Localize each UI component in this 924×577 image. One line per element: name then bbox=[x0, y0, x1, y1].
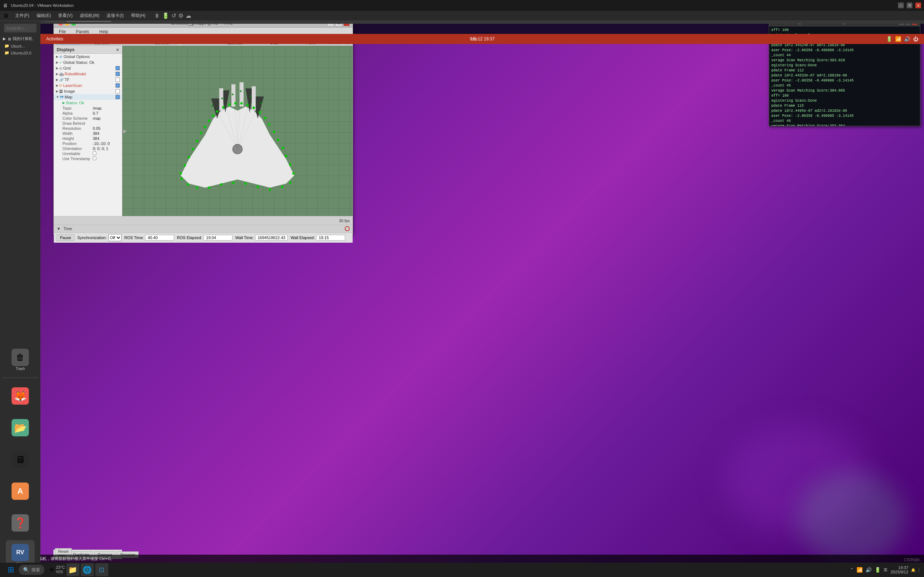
chevron-up-icon[interactable]: ⌃ bbox=[850, 567, 854, 572]
prop-drawbehind: Draw Behind bbox=[54, 121, 122, 126]
terminal-line-10: aser Pose: -2.06358 -0.499986 -3.14145 bbox=[771, 78, 918, 83]
menu-help[interactable]: 帮助(H) bbox=[128, 12, 149, 19]
displays-close[interactable]: × bbox=[116, 47, 119, 53]
power-icon[interactable]: 🔋 bbox=[162, 12, 169, 19]
tree-global-options[interactable]: ▶ ⚙ Global Options bbox=[54, 54, 122, 60]
terminal-line-0: eff= 100 bbox=[771, 28, 918, 33]
map-checkbox[interactable]: ✓ bbox=[115, 95, 120, 99]
prop-colorscheme: Color Scheme map bbox=[54, 116, 122, 121]
vmware-title: Ubuntu20.04 - VMware Workstation bbox=[11, 3, 74, 8]
grid-checkbox[interactable]: ✓ bbox=[115, 66, 120, 70]
prop-resolution: Resolution 0.05 bbox=[54, 126, 122, 131]
sidebar-search[interactable] bbox=[4, 24, 36, 32]
ros-time-value: 40.40 bbox=[145, 235, 174, 240]
terminal-line-18: _count 46 bbox=[771, 119, 918, 124]
status-hint: 要将输入定向到该虚拟机，请将鼠标指针移入其中或按 Ctrl+G。 bbox=[0, 554, 924, 562]
prop-height: Height 384 bbox=[54, 136, 122, 141]
windows-taskbar: ⊞ 🔍 搜索 ☀ 23°C 晴朗 📁 🌐 ⊡ ⌃ 📶 🔊 🔋 英 19:37 2… bbox=[0, 562, 924, 577]
ros-elapsed-value: 19.04 bbox=[204, 235, 233, 240]
my-computer-header: ▶ 🖥 我的计算机 bbox=[0, 35, 40, 42]
robotmodel-checkbox[interactable]: ✓ bbox=[115, 72, 120, 76]
prop-timestamp: Use Timestamp bbox=[54, 156, 122, 161]
menu-vm[interactable]: 虚拟机(M) bbox=[77, 12, 102, 19]
search-icon: 🔍 bbox=[23, 567, 29, 573]
bg-glow-2 bbox=[798, 472, 906, 562]
rviz-status-bar: 30 fps bbox=[54, 216, 353, 225]
activities-btn[interactable]: Activities bbox=[46, 36, 63, 42]
tree-tf[interactable]: ▶ 🔗 TF bbox=[54, 77, 122, 82]
svg-point-34 bbox=[232, 181, 234, 184]
weather-icon: ☀ bbox=[49, 566, 55, 574]
dock-files[interactable]: 📂 bbox=[6, 413, 35, 442]
timestamp-checkbox[interactable] bbox=[93, 156, 96, 160]
reset-container: Reset bbox=[53, 548, 73, 554]
time-panel-toggle[interactable]: ▼ bbox=[57, 226, 61, 231]
taskbar-explorer[interactable]: 📁 bbox=[66, 563, 79, 576]
taskbar-clock[interactable]: 19:37 2023/9/12 bbox=[890, 566, 908, 574]
sync-select[interactable]: Off bbox=[108, 234, 122, 241]
menu-view[interactable]: 查看(V) bbox=[55, 12, 76, 19]
taskbar-vmware[interactable]: ⊡ bbox=[95, 563, 108, 576]
terminal-line-17: aser Pose: -2.06358 -0.499985 -3.14145 bbox=[771, 114, 918, 119]
viewport-3d[interactable]: ▶ bbox=[122, 46, 353, 216]
notification-icon[interactable]: 🔔 bbox=[911, 568, 915, 572]
svg-point-27 bbox=[289, 163, 292, 166]
minimize-button[interactable]: ─ bbox=[898, 3, 904, 8]
restore-button[interactable]: ⧉ bbox=[907, 3, 913, 8]
taskbar-edge[interactable]: 🌐 bbox=[81, 563, 94, 576]
fps-display: 30 fps bbox=[339, 219, 350, 223]
settings-icon[interactable]: ⚙ bbox=[178, 12, 183, 19]
sidebar-item-ubuntu1[interactable]: 📁 Ubunt... bbox=[0, 43, 40, 49]
dock-firefox[interactable]: 🦊 bbox=[6, 382, 35, 410]
time-close-btn[interactable] bbox=[345, 226, 350, 231]
tree-robotmodel[interactable]: ▶ 🤖 RobotModel ✓ bbox=[54, 71, 122, 77]
search-bar[interactable]: 🔍 搜索 bbox=[19, 565, 44, 575]
reset-btn[interactable]: Reset bbox=[55, 548, 72, 554]
tree-laserscan[interactable]: ▶ ⟳ LaserScan ✓ bbox=[54, 82, 122, 89]
svg-point-29 bbox=[289, 181, 292, 184]
close-button[interactable]: ✕ bbox=[915, 3, 921, 8]
power-menu-icon[interactable]: ⏻ bbox=[913, 36, 918, 42]
menu-edit[interactable]: 编辑(E) bbox=[34, 12, 54, 19]
sidebar-item-ubuntu2[interactable]: 📁 Ubuntu20.0 bbox=[0, 50, 40, 56]
svg-point-41 bbox=[232, 94, 233, 95]
tree-map-status: ▶ Status: Ok bbox=[54, 100, 122, 106]
tree-map[interactable]: ▼ 🗺 Map ✓ bbox=[54, 94, 122, 100]
menu-file[interactable]: 文件(F) bbox=[12, 12, 32, 19]
menu-tabs[interactable]: 选项卡(I) bbox=[103, 12, 126, 19]
datetime-display: 9月 12 19:37 bbox=[470, 36, 495, 42]
volume-icon: 🔊 bbox=[904, 36, 910, 42]
svg-point-30 bbox=[281, 186, 283, 188]
dock-terminal[interactable]: 🖥 bbox=[6, 445, 35, 474]
tree-global-status[interactable]: ▶ ✓ Global Status: Ok bbox=[54, 60, 122, 65]
viewport-expand-arrow[interactable]: ▶ bbox=[123, 128, 127, 134]
weather-widget[interactable]: ☀ 23°C 晴朗 bbox=[49, 565, 65, 574]
tray-volume-icon[interactable]: 🔊 bbox=[866, 567, 872, 573]
tree-grid[interactable]: ▶ ⊞ Grid ✓ bbox=[54, 65, 122, 71]
dock-appstore[interactable]: A bbox=[6, 477, 35, 506]
tray-battery-icon[interactable]: 🔋 bbox=[874, 567, 881, 573]
svg-point-20 bbox=[258, 111, 261, 114]
trash-icon-item[interactable]: 🗑 Trash bbox=[6, 345, 35, 374]
tf-checkbox[interactable] bbox=[115, 77, 120, 82]
displays-header[interactable]: Displays × bbox=[54, 46, 122, 54]
terminal-line-5: _count 44 bbox=[771, 53, 918, 58]
cloud-icon[interactable]: ☁ bbox=[186, 12, 191, 19]
svg-point-4 bbox=[179, 172, 182, 175]
show-desktop-icon[interactable]: | bbox=[918, 567, 920, 573]
tray-network-icon[interactable]: 📶 bbox=[856, 567, 863, 573]
laserscan-checkbox[interactable]: ✓ bbox=[115, 83, 120, 88]
refresh-icon[interactable]: ↺ bbox=[171, 12, 176, 19]
start-button[interactable]: ⊞ bbox=[4, 563, 17, 576]
unreliable-checkbox[interactable] bbox=[93, 152, 96, 155]
pause-icon[interactable]: ⏸ bbox=[154, 13, 160, 19]
image-checkbox[interactable] bbox=[115, 89, 120, 93]
tray-language[interactable]: 英 bbox=[884, 567, 888, 573]
time-panel-header: ▼ Time bbox=[54, 225, 353, 233]
svg-point-32 bbox=[257, 186, 259, 188]
tree-image[interactable]: ▶ 🖼 Image bbox=[54, 89, 122, 94]
dock-help[interactable]: ❓ bbox=[6, 508, 35, 537]
wall-time-value: 1694518622.43 bbox=[255, 235, 288, 240]
time-panel: ▼ Time Pause Synchronization: Off ROS Ti… bbox=[54, 225, 353, 243]
pause-btn[interactable]: Pause bbox=[57, 234, 74, 241]
